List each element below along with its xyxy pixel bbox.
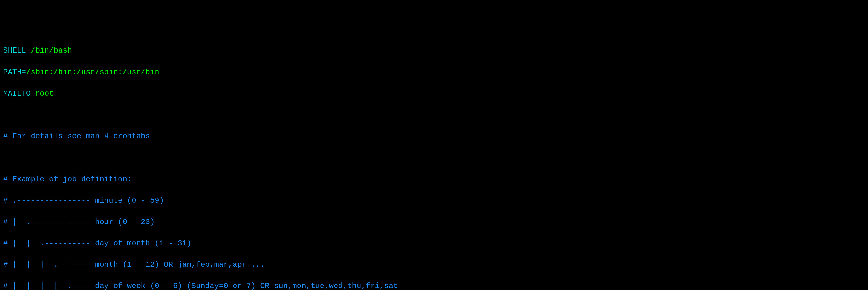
- shell-value: /bin/bash: [31, 46, 72, 55]
- blank-line: [3, 152, 865, 163]
- path-sep: =: [22, 68, 26, 76]
- mailto-value: root: [35, 89, 54, 98]
- comment-day-of-week: # | | | | .---- day of week (0 - 6) (Sun…: [3, 281, 865, 290]
- comment-day-of-month: # | | .---------- day of month (1 - 31): [3, 238, 865, 249]
- comment-example-header: # Example of job definition:: [3, 174, 865, 185]
- shell-sep: =: [26, 46, 31, 55]
- env-mailto-line: MAILTO=root: [3, 88, 865, 99]
- comment-details: # For details see man 4 crontabs: [3, 131, 865, 142]
- mailto-key: MAILTO: [3, 89, 31, 98]
- blank-line: [3, 109, 865, 121]
- env-path-line: PATH=/sbin:/bin:/usr/sbin:/usr/bin: [3, 67, 865, 78]
- shell-key: SHELL: [3, 46, 26, 55]
- path-key: PATH: [3, 68, 22, 76]
- comment-hour: # | .------------- hour (0 - 23): [3, 217, 865, 228]
- env-shell-line: SHELL=/bin/bash: [3, 45, 865, 56]
- path-value: /sbin:/bin:/usr/sbin:/usr/bin: [26, 68, 159, 76]
- comment-minute: # .---------------- minute (0 - 59): [3, 195, 865, 206]
- comment-month: # | | | .------- month (1 - 12) OR jan,f…: [3, 259, 865, 270]
- mailto-sep: =: [31, 89, 35, 98]
